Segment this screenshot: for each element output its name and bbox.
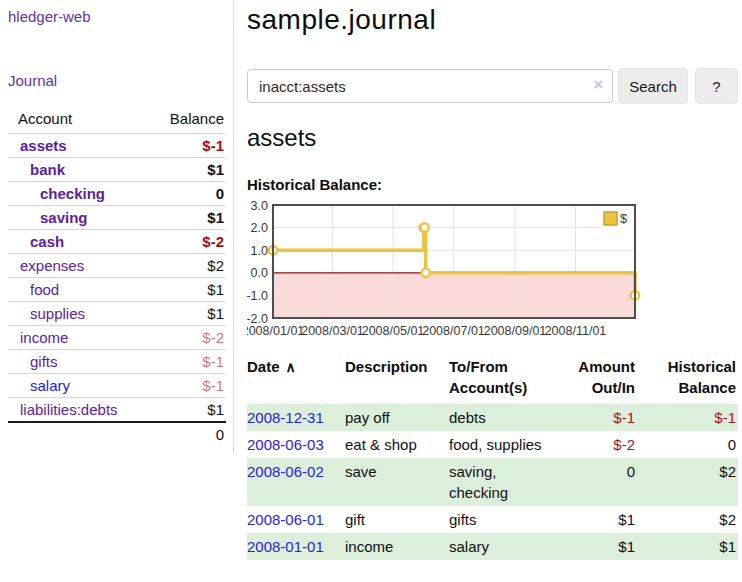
accounts-table-body: assets$-1bank$1checking0saving$1cash$-2e… <box>8 134 226 423</box>
account-row: saving$1 <box>8 206 226 230</box>
account-row: gifts$-1 <box>8 350 226 374</box>
transaction-date-link[interactable]: 2008-01-01 <box>247 538 324 555</box>
account-link[interactable]: cash <box>8 233 64 250</box>
data-point-marker <box>422 269 430 277</box>
data-point-marker <box>421 223 429 231</box>
clear-search-icon[interactable]: × <box>594 76 603 94</box>
account-balance: $-2 <box>152 326 226 350</box>
transaction-row: 2008-01-01incomesalary$1$1 <box>247 533 738 560</box>
account-balance: $-1 <box>152 134 226 158</box>
account-row: liabilities:debts$1 <box>8 398 226 423</box>
transaction-accounts: gifts <box>449 506 561 533</box>
x-tick-label: 2008/11/01 <box>545 324 607 338</box>
account-link[interactable]: bank <box>8 161 65 178</box>
search-row: × Search ? <box>247 68 742 104</box>
account-link[interactable]: saving <box>8 209 88 226</box>
account-link[interactable]: supplies <box>8 305 85 322</box>
accounts-header-balance: Balance <box>152 106 226 134</box>
search-button[interactable]: Search <box>618 68 688 104</box>
transaction-description: eat & shop <box>345 431 449 458</box>
account-row: income$-2 <box>8 326 226 350</box>
y-tick-label: 2.0 <box>251 221 268 235</box>
transaction-accounts: saving, checking <box>449 458 561 506</box>
accounts-table: Account Balance assets$-1bank$1checking0… <box>8 106 226 446</box>
accounts-total-row: 0 <box>8 422 226 446</box>
sidebar-item-journal[interactable]: Journal <box>8 72 225 89</box>
account-row: bank$1 <box>8 158 226 182</box>
transaction-row: 2008-06-02savesaving, checking0$2 <box>247 458 738 506</box>
transaction-row: 2008-06-03eat & shopfood, supplies$-20 <box>247 431 738 458</box>
transaction-accounts: debts <box>449 404 561 431</box>
account-balance: $-1 <box>152 350 226 374</box>
transaction-date-link[interactable]: 2008-06-01 <box>247 511 324 528</box>
page-title: sample.journal <box>247 4 436 36</box>
chart-canvas[interactable]: $3.02.01.00.0-1.0-2.02008/01/012008/03/0… <box>247 198 742 348</box>
transaction-date-link[interactable]: 2008-06-02 <box>247 463 324 480</box>
account-balance: $1 <box>152 206 226 230</box>
transaction-date-link[interactable]: 2008-06-03 <box>247 436 324 453</box>
transaction-description: gift <box>345 506 449 533</box>
account-link[interactable]: assets <box>8 137 67 154</box>
register-header-description: Description <box>345 356 449 404</box>
x-tick-label: 2008/09/01 <box>484 324 547 338</box>
account-balance: $2 <box>152 254 226 278</box>
main-content: sample.journal × Search ? assets Histori… <box>247 0 742 582</box>
accounts-header-account: Account <box>8 106 152 134</box>
transaction-balance: $-1 <box>643 404 738 431</box>
account-link[interactable]: gifts <box>8 353 58 370</box>
transaction-description: save <box>345 458 449 506</box>
transaction-row: 2008-12-31pay offdebts$-1$-1 <box>247 404 738 431</box>
account-row: expenses$2 <box>8 254 226 278</box>
legend-swatch-icon <box>604 212 617 225</box>
x-tick-label: 2008/07/01 <box>422 324 485 338</box>
register-table: Date∧ Description To/From Account(s) Amo… <box>247 356 738 560</box>
y-tick-label: -1.0 <box>247 289 268 303</box>
account-row: supplies$1 <box>8 302 226 326</box>
app-title-link[interactable]: hledger-web <box>8 8 91 25</box>
account-link[interactable]: checking <box>8 185 105 202</box>
transaction-description: income <box>345 533 449 560</box>
transaction-balance: 0 <box>643 431 738 458</box>
transaction-balance: $2 <box>643 458 738 506</box>
account-row: salary$-1 <box>8 374 226 398</box>
sidebar: hledger-web Journal Account Balance asse… <box>0 0 234 454</box>
transaction-accounts: food, supplies <box>449 431 561 458</box>
transaction-balance: $2 <box>643 506 738 533</box>
transaction-description: pay off <box>345 404 449 431</box>
account-heading: assets <box>247 124 316 152</box>
account-link[interactable]: expenses <box>8 257 84 274</box>
search-box: × <box>247 69 613 103</box>
transaction-amount: $-1 <box>561 404 643 431</box>
sort-ascending-icon: ∧ <box>286 359 296 375</box>
register-table-body: 2008-12-31pay offdebts$-1$-12008-06-03ea… <box>247 404 738 560</box>
account-balance: 0 <box>152 182 226 206</box>
x-tick-label: 2008/03/01 <box>301 324 364 338</box>
register-header-date: Date∧ <box>247 356 345 404</box>
x-tick-label: 2008/05/01 <box>362 324 425 338</box>
transaction-balance: $1 <box>643 533 738 560</box>
account-balance: $1 <box>152 302 226 326</box>
account-balance: $1 <box>152 398 226 423</box>
account-link[interactable]: income <box>8 329 68 346</box>
accounts-total-value: 0 <box>152 422 226 446</box>
account-balance: $1 <box>152 278 226 302</box>
y-tick-label: 3.0 <box>251 199 268 213</box>
transaction-amount: $1 <box>561 533 643 560</box>
x-tick-label: 2008/01/01 <box>247 324 304 338</box>
transaction-accounts: salary <box>449 533 561 560</box>
help-button[interactable]: ? <box>695 68 738 104</box>
transaction-date-link[interactable]: 2008-12-31 <box>247 409 324 426</box>
account-row: assets$-1 <box>8 134 226 158</box>
account-link[interactable]: food <box>8 281 59 298</box>
search-input[interactable] <box>247 69 613 103</box>
register-header-balance: Historical Balance <box>643 356 738 404</box>
account-balance: $-1 <box>152 374 226 398</box>
account-link[interactable]: liabilities:debts <box>8 401 118 418</box>
account-balance: $1 <box>152 158 226 182</box>
register-header-amount: Amount Out/In <box>561 356 643 404</box>
account-link[interactable]: salary <box>8 377 70 394</box>
account-row: cash$-2 <box>8 230 226 254</box>
historical-balance-chart[interactable]: $3.02.01.00.0-1.0-2.02008/01/012008/03/0… <box>247 198 742 348</box>
transaction-amount: 0 <box>561 458 643 506</box>
transaction-row: 2008-06-01giftgifts$1$2 <box>247 506 738 533</box>
